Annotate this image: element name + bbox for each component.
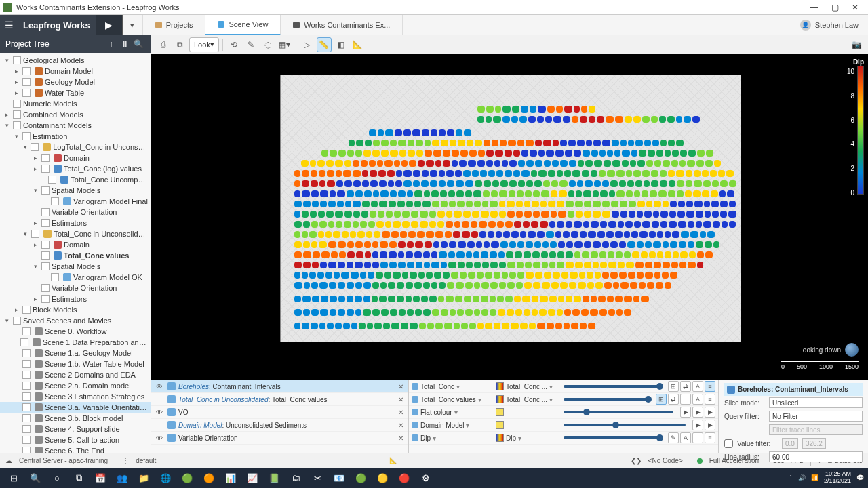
scene-item-row[interactable]: Total_Conc in Unconsolidated: Total_Conc… [151, 393, 408, 406]
expand-icon[interactable]: ▾ [22, 230, 29, 237]
visibility-check[interactable] [13, 317, 21, 325]
tree-node[interactable]: Scene 3.b. Block model [0, 413, 151, 424]
visibility-check[interactable] [22, 360, 31, 368]
visibility-check[interactable] [31, 230, 39, 238]
visibility-check[interactable] [41, 219, 50, 227]
prop-button[interactable]: ⊞ [656, 394, 667, 405]
tree-node[interactable]: Variable Orientation [0, 207, 151, 218]
taskbar-app[interactable]: 🟢 [178, 468, 197, 487]
taskbar-app[interactable]: 🗂 [286, 468, 305, 487]
viewport-3d[interactable]: Dip 1086420 Looking down 050010001500 [151, 54, 868, 380]
visibility-check[interactable] [41, 295, 50, 303]
expand-icon[interactable]: ▾ [3, 122, 11, 129]
tree-node[interactable]: Scene 2.a. Domain model [0, 380, 151, 391]
look-dropdown[interactable]: Look ▾ [189, 37, 219, 52]
taskbar-app[interactable]: 📈 [243, 468, 262, 487]
slice-mode-select[interactable]: Unsliced [769, 397, 863, 408]
visibility-check[interactable] [22, 327, 31, 336]
expand-icon[interactable]: ▾ [3, 57, 11, 64]
visibility-toggle[interactable]: 👁 [154, 434, 165, 442]
tool-edit[interactable]: ✎ [243, 37, 258, 52]
taskbar-app[interactable]: ⧉ [69, 468, 88, 487]
visibility-check[interactable] [22, 436, 31, 444]
taskbar-app[interactable]: ○ [47, 468, 66, 487]
tree-node[interactable]: Scene 6. The End [0, 445, 151, 453]
tab-dropdown[interactable]: ▾ [123, 15, 143, 35]
tree-node[interactable]: Scene 0. Workflow [0, 326, 151, 337]
visibility-check[interactable] [22, 414, 31, 422]
taskbar-app[interactable]: ✂ [308, 468, 327, 487]
taskbar-app[interactable]: 🔴 [395, 468, 414, 487]
search-icon[interactable]: 🔍 [132, 39, 145, 49]
expand-icon[interactable]: ▾ [31, 187, 39, 194]
tree-node[interactable]: Total_Conc Uncomposited Values [0, 174, 151, 185]
taskbar-app[interactable]: 📁 [134, 468, 153, 487]
visibility-check[interactable] [22, 425, 31, 433]
expand-icon[interactable]: ▸ [31, 296, 39, 302]
tree-node[interactable]: Scene 3.a. Variable Orientation [0, 402, 151, 413]
tool-camera[interactable]: 📷 [849, 37, 864, 52]
user-menu[interactable]: 👤 Stephen Law [791, 15, 868, 35]
expand-icon[interactable]: ▸ [3, 111, 11, 118]
visibility-check[interactable] [41, 154, 50, 162]
visibility-check[interactable] [41, 186, 50, 195]
prop-button[interactable]: ⇄ [668, 394, 679, 405]
remove-item[interactable]: ✕ [396, 383, 406, 390]
tree-node[interactable]: ▸Water Table [0, 87, 151, 98]
visibility-check[interactable] [51, 197, 59, 205]
tool-copy[interactable]: ⧉ [172, 37, 187, 52]
scene-item-row[interactable]: 👁VO✕ [151, 406, 408, 419]
tree-node[interactable]: Variogram Model OK [0, 272, 151, 283]
taskbar-app[interactable]: 🟠 [199, 468, 218, 487]
tree-node[interactable]: ▸Total_Conc (log) values [0, 163, 151, 174]
expand-icon[interactable]: ▸ [31, 241, 39, 248]
collapse-icon[interactable]: ↑ [104, 39, 118, 49]
tree-node[interactable]: Scene 3 Estimation Strategies [0, 391, 151, 402]
visibility-check[interactable] [41, 284, 50, 292]
tree-node[interactable]: ▾Spatial Models [0, 185, 151, 196]
prop-button[interactable]: ⇄ [680, 381, 691, 392]
taskbar-app[interactable]: 🟢 [351, 468, 370, 487]
visibility-toggle[interactable]: 👁 [154, 409, 165, 416]
tree-node[interactable]: ▾Spatial Models [0, 261, 151, 272]
prop-button[interactable] [692, 432, 703, 443]
scene-item-row[interactable]: 👁Boreholes: Contaminant_Intervals✕ [151, 380, 408, 393]
prop-button[interactable]: ⊞ [668, 381, 679, 392]
visibility-check[interactable] [22, 306, 31, 314]
expand-icon[interactable]: ▸ [12, 68, 20, 75]
visibility-check[interactable] [13, 121, 21, 129]
tool-lasso[interactable]: ◌ [260, 37, 275, 52]
visibility-check[interactable] [22, 78, 31, 86]
prop-button[interactable] [680, 394, 691, 405]
prop-button[interactable]: A [680, 432, 691, 443]
prop-button[interactable]: ▶ [680, 407, 691, 418]
scene-items-list[interactable]: 👁Boreholes: Contaminant_Intervals✕Total_… [151, 380, 409, 453]
tab-projects[interactable]: Projects [143, 15, 206, 35]
close-button[interactable]: ✕ [845, 1, 865, 14]
prop-button[interactable]: A [692, 381, 703, 392]
tool-pointer[interactable]: ▷ [300, 37, 315, 52]
expand-icon[interactable]: ▾ [12, 133, 20, 140]
prop-button[interactable]: ≡ [705, 432, 715, 443]
tool-plane[interactable]: ◧ [334, 37, 349, 52]
visibility-check[interactable] [22, 349, 31, 357]
tree-node[interactable]: ▾Contaminant Models [0, 120, 151, 131]
scene-prop-row[interactable]: Total_Conc▾Total_Conc ...▾⊞⇄A≡ [409, 380, 718, 393]
visibility-check[interactable] [22, 89, 31, 97]
prop-button[interactable]: ≡ [705, 381, 715, 392]
query-filter-select[interactable]: No Filter [769, 411, 863, 422]
expand-icon[interactable]: ▸ [31, 220, 39, 226]
tree-node[interactable]: ▸Estimators [0, 293, 151, 304]
taskbar-app[interactable]: ⚙ [416, 468, 435, 487]
tray-up[interactable]: ˄ [789, 474, 793, 481]
visibility-check[interactable] [22, 132, 31, 140]
taskbar-app[interactable]: 🌐 [156, 468, 175, 487]
remove-item[interactable]: ✕ [396, 396, 406, 403]
scene-item-row[interactable]: 👁Variable Orientation✕ [151, 432, 408, 445]
tree-node[interactable]: Scene 1.b. Water Table Model [0, 359, 151, 369]
visibility-toggle[interactable]: 👁 [154, 383, 165, 390]
visibility-check[interactable] [20, 338, 28, 346]
tree-node[interactable]: ▾Saved Scenes and Movies [0, 315, 151, 326]
visibility-check[interactable] [13, 110, 21, 119]
visibility-check[interactable] [13, 56, 21, 64]
